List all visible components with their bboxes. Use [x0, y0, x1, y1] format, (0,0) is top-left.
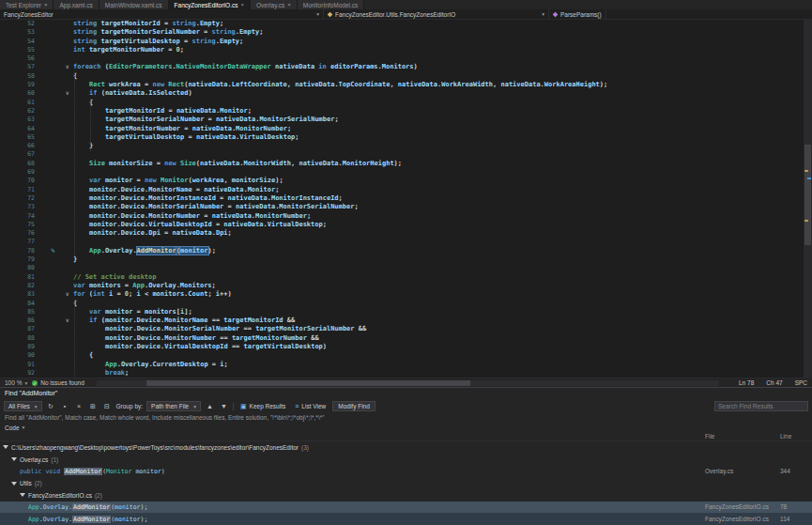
line-column-header[interactable]: Line	[780, 433, 812, 440]
tab-overlay-cs[interactable]: Overlay.cs×	[251, 0, 298, 9]
close-icon[interactable]: ×	[44, 2, 48, 8]
scope-dropdown[interactable]: All Files ▾	[4, 401, 42, 411]
code-text[interactable]: string targetMonitorSerialNumber = strin…	[73, 28, 263, 37]
code-text[interactable]: {	[73, 351, 93, 360]
code-text[interactable]: targetMonitorNumber = nativeData.Monitor…	[73, 125, 291, 133]
code-line-56[interactable]: 56	[0, 54, 812, 63]
code-filter-dropdown[interactable]: Code ▾	[0, 423, 812, 432]
member-breadcrumb[interactable]: ParseParams()	[549, 9, 606, 19]
project-dropdown[interactable]: FancyZonesEditor ▾	[0, 9, 324, 19]
code-line-55[interactable]: 55int targetMonitorNumber = 0;	[0, 46, 812, 54]
expander-icon[interactable]	[11, 457, 17, 461]
result-row[interactable]: public void AddMonitor(Monitor monitor)O…	[0, 465, 812, 477]
code-line-87[interactable]: 87monitor.Device.MonitorSerialNumber == …	[0, 325, 812, 333]
code-line-69[interactable]: 69	[0, 168, 812, 177]
code-line-91[interactable]: 91App.Overlay.CurrentDesktop = i;	[0, 361, 812, 369]
tab-mainwindow-xaml-cs[interactable]: MainWindow.xaml.cs	[100, 0, 169, 9]
expand-all-icon[interactable]: ⊞	[88, 401, 99, 411]
result-group-row[interactable]: FancyZonesEditorIO.cs(2)	[0, 489, 812, 502]
code-text[interactable]: App.Overlay.CurrentDesktop = i;	[73, 361, 228, 369]
editor-vertical-scrollbar[interactable]	[804, 20, 812, 378]
expander-icon[interactable]	[20, 493, 25, 497]
code-line-92[interactable]: 92break;	[0, 369, 812, 378]
code-line-80[interactable]: 80	[0, 264, 812, 272]
code-text[interactable]: monitor.Device.MonitorInstanceId = nativ…	[73, 194, 343, 203]
code-line-64[interactable]: 64targetMonitorNumber = nativeData.Monit…	[0, 125, 812, 133]
code-text[interactable]: monitor.Device.MonitorSerialNumber = nat…	[73, 203, 359, 211]
code-line-68[interactable]: 68Size monitorSize = new Size(nativeData…	[0, 160, 812, 168]
fold-collapse-icon[interactable]: ∨	[66, 290, 69, 299]
code-text[interactable]: monitor.Device.MonitorName = nativeData.…	[73, 186, 279, 194]
list-view-toggle[interactable]: ≡ List View	[292, 401, 329, 411]
code-line-90[interactable]: 90{	[0, 351, 812, 360]
expander-icon[interactable]	[11, 482, 17, 486]
code-line-74[interactable]: 74monitor.Device.MonitorNumber = nativeD…	[0, 212, 812, 221]
code-line-79[interactable]: 79}	[0, 255, 812, 264]
code-text[interactable]: var monitor = monitors[i];	[73, 308, 192, 317]
code-text[interactable]: monitor.Device.MonitorNumber = nativeDat…	[73, 212, 311, 221]
tab-app-xaml-cs[interactable]: App.xaml.cs	[54, 0, 99, 9]
code-line-57[interactable]: 57∨foreach (EditorParameters.NativeMonit…	[0, 63, 812, 71]
code-line-70[interactable]: 70var monitor = new Monitor(workArea, mo…	[0, 177, 812, 185]
code-text[interactable]: var monitors = App.Overlay.Monitors;	[73, 282, 216, 290]
tab-fancyzoneseditorio-cs[interactable]: FancyZonesEditorIO.cs×	[169, 0, 251, 9]
code-text[interactable]: monitor.Device.MonitorSerialNumber == ta…	[73, 325, 366, 333]
code-text[interactable]: targetVirtualDesktop = nativeData.Virtua…	[73, 133, 299, 142]
code-line-77[interactable]: 77	[0, 238, 812, 246]
tab-test-explorer[interactable]: Test Explorer×	[0, 0, 54, 9]
fold-collapse-icon[interactable]: ∨	[66, 63, 69, 71]
code-line-60[interactable]: 60∨if (nativeData.IsSelected)	[0, 89, 812, 98]
result-group-row[interactable]: Overlay.cs(1)	[0, 454, 812, 466]
code-text[interactable]: for (int i = 0; i < monitors.Count; i++)	[73, 290, 232, 299]
code-text[interactable]: Size monitorSize = new Size(nativeData.M…	[73, 160, 402, 168]
repeat-search-icon[interactable]: ↻	[46, 401, 56, 411]
code-text[interactable]: monitor.Device.VirtualDesktopId == targe…	[73, 343, 327, 351]
code-text[interactable]: break;	[73, 369, 129, 378]
code-text[interactable]: var monitor = new Monitor(workArea, moni…	[73, 177, 283, 185]
group-by-dropdown[interactable]: Path then File ▾	[146, 401, 201, 411]
collapse-all-icon[interactable]: ⊟	[102, 401, 113, 411]
next-result-icon[interactable]: ▼	[219, 401, 229, 411]
code-line-84[interactable]: 84{	[0, 300, 812, 308]
search-find-results-input[interactable]	[714, 401, 808, 411]
code-text[interactable]: if (nativeData.IsSelected)	[73, 89, 192, 98]
file-column-header[interactable]: File	[705, 433, 780, 440]
code-line-81[interactable]: 81// Set active desktop	[0, 273, 812, 282]
expander-icon[interactable]	[3, 445, 8, 449]
code-text[interactable]: targetMonitorId = nativeData.Monitor;	[73, 107, 252, 116]
close-icon[interactable]: ×	[287, 2, 291, 8]
scrollbar-thumb[interactable]	[146, 380, 470, 386]
close-icon[interactable]: ×	[240, 2, 244, 8]
code-editor[interactable]: 52string targetMonitorId = string.Empty;…	[0, 20, 812, 378]
code-line-73[interactable]: 73monitor.Device.MonitorSerialNumber = n…	[0, 203, 812, 211]
code-line-76[interactable]: 76monitor.Device.Dpi = nativeData.Dpi;	[0, 229, 812, 238]
code-line-63[interactable]: 63targetMonitorSerialNumber = nativeData…	[0, 116, 812, 124]
code-line-54[interactable]: 54string targetVirtualDesktop = string.E…	[0, 38, 812, 46]
code-line-61[interactable]: 61{	[0, 99, 812, 107]
code-text[interactable]: string targetMonitorId = string.Empty;	[73, 20, 223, 28]
code-text[interactable]: monitor.Device.VirtualDesktopId = native…	[73, 221, 327, 229]
code-text[interactable]: targetMonitorSerialNumber = nativeData.M…	[73, 116, 339, 124]
code-line-58[interactable]: 58{	[0, 72, 812, 81]
editor-horizontal-scrollbar[interactable]	[97, 380, 719, 386]
code-text[interactable]: monitor.Device.MonitorNumber == targetMo…	[73, 334, 319, 343]
code-line-72[interactable]: 72monitor.Device.MonitorInstanceId = nat…	[0, 194, 812, 203]
type-breadcrumb[interactable]: FancyZonesEditor.Utils.FancyZonesEditorI…	[324, 9, 549, 19]
code-line-52[interactable]: 52string targetMonitorId = string.Empty;	[0, 20, 812, 28]
stop-search-icon[interactable]: ▪	[60, 401, 70, 411]
code-line-88[interactable]: 88monitor.Device.MonitorNumber == target…	[0, 334, 812, 343]
code-line-85[interactable]: 85var monitor = monitors[i];	[0, 308, 812, 317]
code-line-65[interactable]: 65targetVirtualDesktop = nativeData.Virt…	[0, 133, 812, 142]
code-text[interactable]: string targetVirtualDesktop = string.Emp…	[73, 38, 243, 46]
modify-find-button[interactable]: Modify Find	[332, 401, 375, 411]
code-text[interactable]: Rect workArea = new Rect(nativeData.Left…	[73, 81, 607, 89]
code-line-86[interactable]: 86∨if (monitor.Device.MonitorName == tar…	[0, 317, 812, 325]
result-row[interactable]: App.Overlay.AddMonitor(monitor);FancyZon…	[0, 502, 812, 514]
previous-result-icon[interactable]: ▲	[205, 401, 215, 411]
code-line-53[interactable]: 53string targetMonitorSerialNumber = str…	[0, 28, 812, 37]
result-group-row[interactable]: C:\Users\zhaopengwang\Desktop\powertoys\…	[0, 441, 812, 454]
clear-results-icon[interactable]: ×	[74, 401, 84, 411]
code-line-62[interactable]: 62targetMonitorId = nativeData.Monitor;	[0, 107, 812, 116]
fold-collapse-icon[interactable]: ∨	[66, 317, 69, 325]
result-row[interactable]: App.Overlay.AddMonitor(monitor);FancyZon…	[0, 513, 812, 525]
